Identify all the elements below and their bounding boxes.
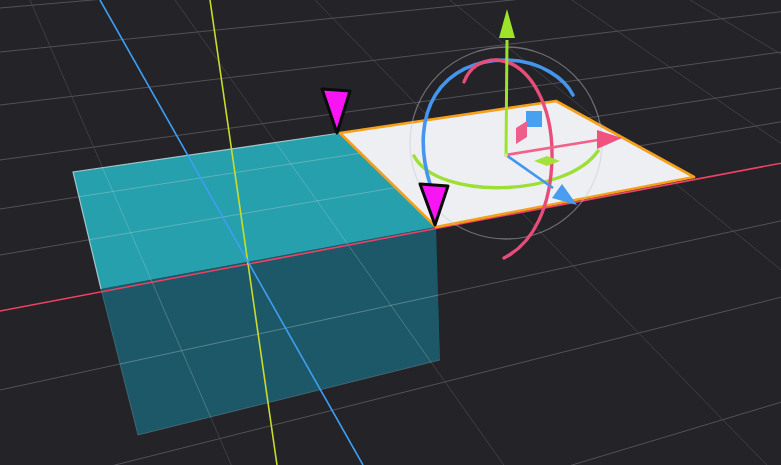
scene-canvas[interactable] <box>0 0 781 465</box>
y-axis-shaft[interactable] <box>506 40 507 155</box>
viewport-3d[interactable] <box>0 0 781 465</box>
yz-plane-handle[interactable] <box>526 111 542 127</box>
gizmo-center-dot <box>504 153 508 157</box>
